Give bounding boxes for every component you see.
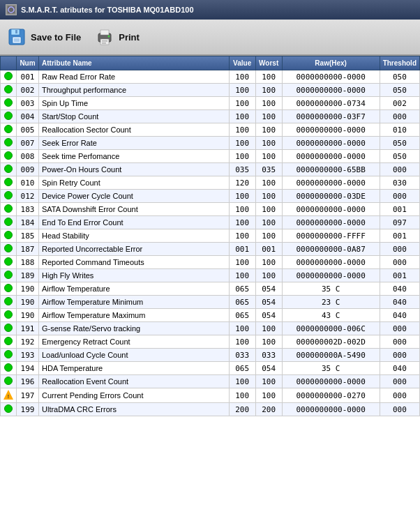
smart-table-container[interactable]: Num Attribute Name Value Worst Raw(Hex) … — [0, 56, 420, 523]
attr-worst: 054 — [255, 282, 282, 296]
attr-worst: 100 — [255, 335, 282, 349]
attr-worst: 100 — [255, 229, 282, 243]
attr-value: 100 — [229, 190, 255, 203]
attr-value: 100 — [229, 123, 255, 137]
attr-name: Seek Error Rate — [39, 137, 230, 150]
attr-name: Reallocation Sector Count — [39, 123, 230, 137]
status-cell — [1, 349, 17, 362]
attr-name: Load/unload Cycle Count — [39, 349, 230, 362]
attr-raw: 0000000000-0000 — [282, 70, 380, 84]
attr-threshold: 000 — [380, 349, 419, 362]
attr-value: 100 — [229, 375, 255, 388]
status-cell — [1, 176, 17, 190]
status-dot-green — [4, 98, 13, 107]
attr-name: Reported Command Timeouts — [39, 256, 230, 269]
svg-rect-11 — [102, 43, 106, 44]
attr-num: 188 — [17, 256, 39, 269]
attr-threshold: 010 — [380, 123, 419, 137]
status-dot-green — [4, 151, 13, 160]
status-cell — [1, 137, 17, 150]
status-cell — [1, 403, 17, 416]
attr-name: Reallocation Event Count — [39, 375, 230, 388]
status-dot-green — [4, 112, 13, 120]
status-cell — [1, 335, 17, 349]
attr-threshold: 000 — [380, 243, 419, 256]
table-row: 002Throughput performance100100000000000… — [1, 84, 420, 97]
attr-worst: 033 — [255, 349, 282, 362]
attr-raw: 0000000000-0000 — [282, 150, 380, 163]
attr-num: 192 — [17, 335, 39, 349]
attr-value: 001 — [229, 243, 255, 256]
attr-raw: 35 C — [282, 362, 380, 375]
attr-name: G-sense Rate/Servo tracking — [39, 322, 230, 335]
attr-value: 065 — [229, 282, 255, 296]
print-button[interactable]: Print — [95, 27, 140, 47]
table-row: 003Spin Up Time1001000000000000-0734002 — [1, 97, 420, 110]
attr-name: Raw Read Error Rate — [39, 70, 230, 84]
header-num: Num — [17, 56, 39, 70]
warning-icon: ! — [3, 390, 13, 400]
attr-raw: 0000000000-0000 — [282, 123, 380, 137]
svg-rect-8 — [100, 30, 109, 35]
attr-raw: 0000000000-0270 — [282, 388, 380, 403]
status-dot-green — [4, 310, 13, 319]
attr-worst: 100 — [255, 269, 282, 282]
attr-threshold: 000 — [380, 375, 419, 388]
table-row: 184End To End Error Count100100000000000… — [1, 216, 420, 229]
attr-value: 065 — [229, 362, 255, 375]
attr-raw: 0000000000-65BB — [282, 163, 380, 176]
attr-name: Seek time Perfomance — [39, 150, 230, 163]
status-cell — [1, 282, 17, 296]
print-icon — [95, 27, 114, 47]
attr-threshold: 001 — [380, 269, 419, 282]
app-icon — [6, 4, 17, 15]
attr-worst: 100 — [255, 216, 282, 229]
attr-threshold: 001 — [380, 203, 419, 216]
attr-num: 199 — [17, 403, 39, 416]
attr-worst: 100 — [255, 388, 282, 403]
attr-threshold: 001 — [380, 229, 419, 243]
status-cell — [1, 309, 17, 322]
attr-value: 100 — [229, 110, 255, 123]
attr-name: High Fly Writes — [39, 269, 230, 282]
attr-name: Throughput performance — [39, 84, 230, 97]
attr-raw: 0000000000-03F7 — [282, 110, 380, 123]
attr-raw: 0000000000-0000 — [282, 203, 380, 216]
attr-worst: 035 — [255, 163, 282, 176]
attr-value: 100 — [229, 70, 255, 84]
attr-num: 193 — [17, 349, 39, 362]
attr-worst: 100 — [255, 176, 282, 190]
attr-worst: 001 — [255, 243, 282, 256]
status-dot-green — [4, 297, 13, 305]
status-dot-green — [4, 165, 13, 173]
attr-threshold: 000 — [380, 110, 419, 123]
table-row: 004Start/Stop Count1001000000000000-03F7… — [1, 110, 420, 123]
attr-name: Current Pending Errors Count — [39, 388, 230, 403]
attr-threshold: 000 — [380, 403, 419, 416]
status-dot-green — [4, 191, 13, 199]
attr-value: 100 — [229, 229, 255, 243]
attr-value: 065 — [229, 309, 255, 322]
save-icon — [7, 27, 27, 47]
status-dot-green — [4, 337, 13, 345]
attr-num: 004 — [17, 110, 39, 123]
attr-threshold: 050 — [380, 137, 419, 150]
table-row: 193Load/unload Cycle Count03303300000000… — [1, 349, 420, 362]
toolbar: Save to File Print — [0, 20, 420, 56]
title-bar: S.M.A.R.T. atributes for TOSHIBA MQ01ABD… — [0, 0, 420, 20]
status-cell — [1, 150, 17, 163]
status-dot-green — [4, 404, 13, 413]
attr-threshold: 050 — [380, 84, 419, 97]
header-raw: Raw(Hex) — [282, 56, 380, 70]
table-row: 196Reallocation Event Count1001000000000… — [1, 375, 420, 388]
attr-name: Reported Uncorrectable Error — [39, 243, 230, 256]
table-row: 008Seek time Perfomance1001000000000000-… — [1, 150, 420, 163]
attr-raw: 35 C — [282, 282, 380, 296]
attr-num: 191 — [17, 322, 39, 335]
header-worst: Worst — [255, 56, 282, 70]
status-dot-green — [4, 85, 13, 93]
status-dot-green — [4, 271, 13, 279]
table-row: !197Current Pending Errors Count10010000… — [1, 388, 420, 403]
save-to-file-button[interactable]: Save to File — [7, 27, 81, 47]
status-dot-green — [4, 350, 13, 358]
